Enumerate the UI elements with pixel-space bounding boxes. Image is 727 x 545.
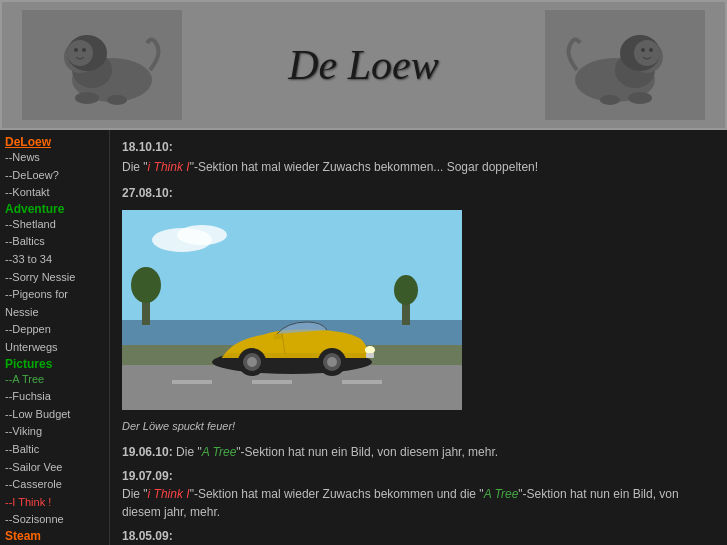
sidebar-item-sozisonne[interactable]: --Sozisonne (5, 511, 104, 529)
sidebar-item-low-budget[interactable]: --Low Budget (5, 406, 104, 424)
sidebar-item-33to34[interactable]: --33 to 34 (5, 251, 104, 269)
car-caption: Der Löwe spuckt feuer! (122, 418, 715, 435)
page-wrapper: De Loew (0, 0, 727, 545)
svg-rect-25 (252, 380, 292, 384)
date-4: 19.07.09: (122, 469, 173, 483)
car-image (122, 210, 462, 410)
sidebar-item-tree[interactable]: --A Tree (5, 371, 104, 389)
tree-link-2[interactable]: A Tree (484, 487, 519, 501)
sidebar-item-fuchsia[interactable]: --Fuchsia (5, 388, 104, 406)
sidebar-item-kontakt[interactable]: --Kontakt (5, 184, 104, 202)
sidebar-item-baltics[interactable]: --Baltics (5, 233, 104, 251)
sidebar-item-sailor-vee[interactable]: --Sailor Vee (5, 459, 104, 477)
date-5: 18.05.09: (122, 529, 173, 543)
svg-point-38 (365, 346, 375, 354)
sidebar: DeLoew --News --DeLoew? --Kontakt Advent… (0, 130, 110, 545)
svg-point-6 (82, 48, 86, 52)
sidebar-item-casserole[interactable]: --Casserole (5, 476, 104, 494)
tree-link-1[interactable]: A Tree (202, 445, 237, 459)
svg-rect-40 (274, 334, 282, 339)
svg-point-17 (600, 95, 620, 105)
date-2: 27.08.10: (122, 184, 715, 202)
sidebar-site-title[interactable]: DeLoew (5, 135, 51, 149)
sidebar-item-viking[interactable]: --Viking (5, 423, 104, 441)
lion-left-decoration (22, 10, 182, 120)
entry-4-text: Die "i Think I"-Sektion hat mal wieder Z… (122, 487, 679, 519)
date-3: 19.06.10: Die "A Tree"-Sektion hat nun e… (122, 443, 715, 461)
entry-3-text: Die "A Tree"-Sektion hat nun ein Bild, v… (176, 445, 498, 459)
content-area: 18.10.10: Die "i Think I"-Sektion hat ma… (110, 130, 727, 545)
sidebar-item-deppen[interactable]: --Deppen Unterwegs (5, 321, 104, 356)
entry-1-text: Die "i Think I"-Sektion hat mal wieder Z… (122, 158, 715, 176)
sidebar-item-news[interactable]: --News (5, 149, 104, 167)
sidebar-section-pictures: Pictures (5, 357, 52, 371)
svg-point-37 (327, 357, 337, 367)
svg-point-13 (634, 40, 660, 66)
sidebar-item-pigeons[interactable]: --Pigeons for Nessie (5, 286, 104, 321)
svg-rect-39 (366, 353, 374, 358)
sidebar-item-shetland[interactable]: --Shetland (5, 216, 104, 234)
main-content: DeLoew --News --DeLoew? --Kontakt Advent… (0, 130, 727, 545)
svg-point-7 (75, 92, 99, 104)
svg-point-15 (649, 48, 653, 52)
svg-point-34 (247, 357, 257, 367)
svg-point-5 (74, 48, 78, 52)
site-title: De Loew (288, 41, 439, 89)
svg-rect-18 (122, 210, 462, 330)
svg-point-30 (394, 275, 418, 305)
sidebar-item-baltic[interactable]: --Baltic (5, 441, 104, 459)
site-header: De Loew (0, 0, 727, 130)
svg-point-16 (628, 92, 652, 104)
date-5-block: 18.05.09: Die "i Think I"-Sektion hat ma… (122, 527, 715, 546)
svg-point-20 (177, 225, 227, 245)
sidebar-section-steam: Steam (5, 529, 41, 543)
date-4-block: 19.07.09: Die "i Think I"-Sektion hat ma… (122, 467, 715, 521)
svg-rect-26 (342, 380, 382, 384)
sidebar-item-deloew[interactable]: --DeLoew? (5, 167, 104, 185)
sidebar-item-think[interactable]: --I Think ! (5, 494, 104, 512)
svg-point-8 (107, 95, 127, 105)
svg-point-28 (131, 267, 161, 303)
svg-point-14 (641, 48, 645, 52)
think-link-1[interactable]: i Think I (148, 160, 190, 174)
sidebar-item-sorry-nessie[interactable]: --Sorry Nessie (5, 269, 104, 287)
svg-point-4 (67, 40, 93, 66)
sidebar-section-adventure: Adventure (5, 202, 64, 216)
date-1: 18.10.10: (122, 138, 715, 156)
svg-rect-24 (172, 380, 212, 384)
lion-right-decoration (545, 10, 705, 120)
think-link-2[interactable]: i Think I (148, 487, 190, 501)
